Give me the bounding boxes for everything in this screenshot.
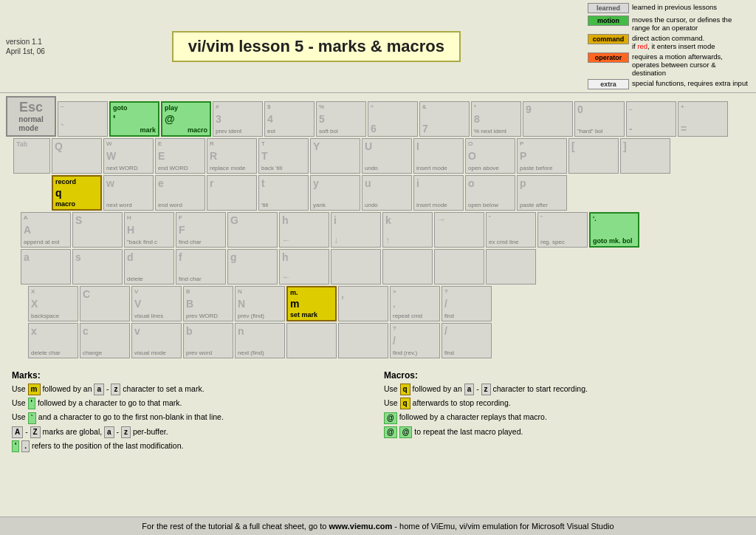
- key-e2: e end word: [155, 175, 205, 211]
- key-b: B B prev WORD: [183, 286, 233, 321]
- key-y: Y: [310, 138, 360, 174]
- version-info: version 1.1 April 1st, 06: [6, 37, 45, 56]
- macros-section: Macros: Use q followed by an a - z chara…: [378, 369, 750, 456]
- key-o2: o open below: [465, 175, 515, 211]
- key-6: ^ 6: [368, 101, 418, 137]
- badge-extra: extra: [588, 79, 629, 89]
- badge-learned: learned: [588, 3, 629, 13]
- key-i2: i insert mode: [413, 175, 464, 211]
- key-t2: t 'till: [258, 175, 309, 211]
- key-record-macro: record q macro: [52, 175, 102, 211]
- page-title: vi/vim lesson 5 - marks & macros: [172, 31, 461, 62]
- key-p2: p paste after: [517, 175, 567, 211]
- key-i: I insert mode: [413, 138, 464, 174]
- marks-line2: Use ' followed by a character to go to t…: [12, 398, 372, 409]
- key-tab: Tab: [13, 138, 50, 174]
- key-c: C: [80, 286, 130, 321]
- legend-operator-desc: requires a motion afterwards, operates b…: [632, 52, 750, 77]
- legend: learned learned in previous lessons moti…: [588, 3, 750, 89]
- marks-line3: Use ` and a character to go to the first…: [12, 412, 372, 423]
- key-4: $ 4 eol: [264, 101, 315, 137]
- key-z-blank2: [338, 323, 388, 358]
- key-x2: x delete char: [28, 323, 78, 358]
- badge-motion: motion: [588, 16, 629, 26]
- key-5: % 5 soft bol: [316, 101, 366, 137]
- key-v: V V visual lines: [131, 286, 182, 321]
- version-text: version 1.1: [6, 37, 45, 47]
- key-minus: _ -: [626, 101, 676, 137]
- key-v2: v visual mode: [131, 323, 182, 358]
- legend-motion-desc: moves the cursor, or defines the range f…: [632, 16, 750, 32]
- key-lbracket: [: [568, 138, 619, 174]
- key-c2: c change: [80, 323, 130, 358]
- key-l: →: [434, 212, 484, 248]
- main-container: version 1.1 April 1st, 06 vi/vim lesson …: [0, 0, 756, 535]
- key-blank4: [486, 249, 536, 284]
- key-q: Q: [52, 138, 102, 174]
- mark-m-badge: m: [28, 384, 41, 395]
- key-d: H H "back find c: [124, 212, 174, 248]
- key-b2: b prev word: [183, 323, 233, 358]
- key-3: # 3 prev ident: [213, 101, 263, 137]
- key-esc: Esc normalmode: [6, 96, 56, 137]
- header: version 1.1 April 1st, 06 vi/vim lesson …: [0, 0, 756, 93]
- key-d2: d delete: [124, 249, 174, 284]
- footer-url[interactable]: www.viemu.com: [329, 522, 392, 531]
- key-x: X X backspace: [28, 286, 78, 321]
- legend-learned-desc: learned in previous lessons: [632, 3, 717, 11]
- key-g: G: [227, 212, 278, 248]
- key-g2: g: [227, 249, 278, 284]
- key-f2: f find char: [176, 249, 226, 284]
- key-slash-rev: ? / find (rev.): [390, 323, 440, 358]
- key-w: W W next WORD: [103, 138, 154, 174]
- key-z-blank1: [286, 323, 337, 358]
- key-goto-mark: goto ' mark: [109, 101, 159, 137]
- key-0: 0 "hard" bol: [574, 101, 625, 137]
- key-r2: r: [207, 175, 257, 211]
- legend-extra: extra special functions, requires extra …: [588, 79, 750, 89]
- macros-line2: Use q afterwards to stop recording.: [384, 398, 744, 409]
- legend-operator: operator requires a motion afterwards, o…: [588, 52, 750, 77]
- key-7: & 7: [419, 101, 470, 137]
- key-r: R R replace mode: [207, 138, 257, 174]
- key-n: N N prev (find): [235, 286, 285, 321]
- legend-command-desc: direct action command.if red, it enters …: [632, 34, 715, 50]
- key-a2: a: [21, 249, 71, 284]
- legend-extra-desc: special functions, requires extra input: [632, 79, 748, 87]
- key-blank1: [331, 249, 381, 284]
- key-w2: w next word: [103, 175, 154, 211]
- key-comma: ,: [338, 286, 388, 321]
- legend-command: command direct action command.if red, it…: [588, 34, 750, 50]
- key-j: i ↓: [331, 212, 381, 248]
- macros-line4: @ @ to repeat the last macro played.: [384, 426, 744, 438]
- badge-operator: operator: [588, 52, 629, 63]
- key-blank2: [382, 249, 433, 284]
- key-set-mark: m. m set mark: [286, 286, 337, 321]
- footer-text: For the rest of the tutorial & a full ch…: [142, 522, 329, 531]
- marks-line1: Use m followed by an a - z character to …: [12, 384, 372, 395]
- key-equals: + =: [678, 101, 728, 137]
- key-o: O O open above: [465, 138, 515, 174]
- key-k: k ↑: [382, 212, 433, 248]
- key-play-macro: play @ macro: [161, 101, 211, 137]
- key-h: h ←: [279, 212, 329, 248]
- key-rbracket: ]: [620, 138, 670, 174]
- key-find2: / find: [441, 323, 492, 358]
- key-t: T T back 'till: [258, 138, 309, 174]
- key-blank3: [434, 249, 484, 284]
- footer: For the rest of the tutorial & a full ch…: [0, 517, 756, 535]
- marks-line5: ' . refers to the position of the last m…: [12, 440, 372, 452]
- marks-section: Marks: Use m followed by an a - z charac…: [6, 369, 378, 456]
- key-u2: u undo: [362, 175, 412, 211]
- key-p: P P paste before: [517, 138, 567, 174]
- key-n2: n next (find): [235, 323, 285, 358]
- key-a: A A append at eol: [21, 212, 71, 248]
- macros-line1: Use q followed by an a - z character to …: [384, 384, 744, 395]
- key-slash: ? / find: [441, 286, 492, 321]
- bottom-content: Marks: Use m followed by an a - z charac…: [0, 366, 756, 459]
- legend-motion: motion moves the cursor, or defines the …: [588, 16, 750, 32]
- badge-command: command: [588, 34, 629, 44]
- key-semicolon: " ex cmd line: [486, 212, 536, 248]
- key-s2: s: [72, 249, 123, 284]
- marks-title: Marks:: [12, 370, 372, 381]
